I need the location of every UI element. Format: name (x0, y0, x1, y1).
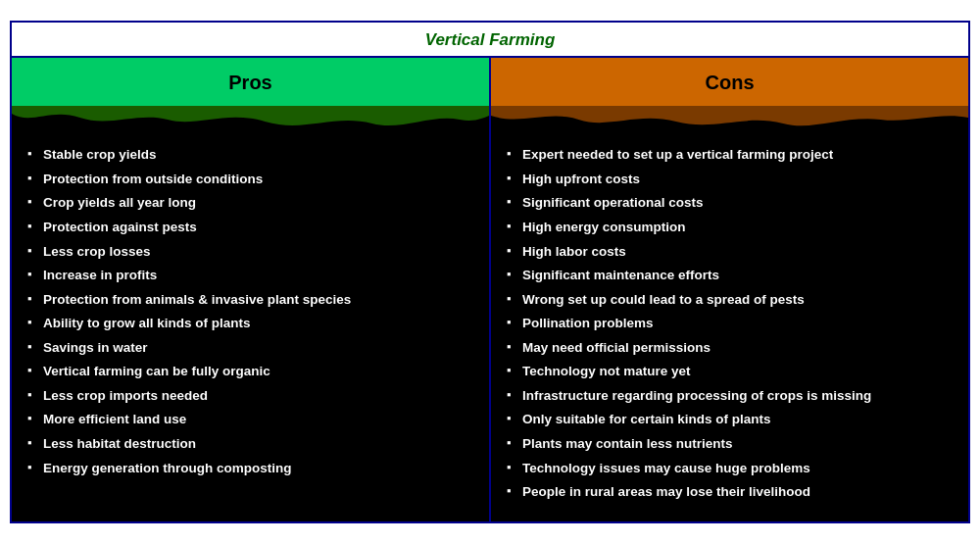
cons-list-item: May need official permissions (505, 335, 949, 360)
cons-list-item: Technology not mature yet (505, 360, 949, 384)
cons-list-item: High labor costs (505, 239, 949, 264)
pros-list-item: Ability to grow all kinds of plants (25, 312, 469, 336)
pros-list-item: Savings in water (25, 335, 469, 360)
pros-list-item: Less crop losses (25, 239, 469, 264)
pros-list-item: Increase in profits (25, 264, 469, 288)
pros-list-item: Protection from outside conditions (25, 167, 469, 191)
pros-list-item: More efficient land use (25, 408, 469, 432)
cons-list: Expert needed to set up a vertical farmi… (505, 143, 949, 504)
cons-list-item: Only suitable for certain kinds of plant… (505, 408, 949, 432)
pros-list-item: Vertical farming can be fully organic (25, 360, 469, 384)
cons-list-item: High upfront costs (505, 167, 949, 191)
pros-list-item: Stable crop yields (25, 143, 469, 168)
pros-list-item: Crop yields all year long (25, 191, 469, 216)
pros-list-item: Less crop imports needed (25, 383, 469, 408)
pros-list-item: Protection against pests (25, 216, 469, 240)
title-bar: Vertical Farming (12, 23, 968, 58)
pros-column: Pros Stable crop yieldsProtection from o… (12, 58, 491, 521)
cons-header: Cons (491, 58, 968, 106)
cons-list-item: Expert needed to set up a vertical farmi… (505, 143, 949, 168)
cons-list-item: Plants may contain less nutrients (505, 431, 949, 456)
cons-list-item: Infrastructure regarding processing of c… (505, 383, 949, 408)
cons-column: Cons Expert needed to set up a vertical … (491, 58, 968, 521)
pros-content: Stable crop yieldsProtection from outsid… (12, 133, 489, 521)
pros-list-item: Protection from animals & invasive plant… (25, 287, 469, 312)
main-container: Vertical Farming Pros Stable crop yields… (10, 21, 970, 523)
cons-list-item: Pollination problems (505, 312, 949, 336)
columns: Pros Stable crop yieldsProtection from o… (12, 58, 968, 521)
pros-list-item: Energy generation through composting (25, 456, 469, 480)
pros-header: Pros (12, 58, 489, 106)
cons-content: Expert needed to set up a vertical farmi… (491, 133, 968, 521)
page-title: Vertical Farming (12, 30, 968, 50)
cons-list-item: High energy consumption (505, 216, 949, 240)
cons-list-item: Wrong set up could lead to a spread of p… (505, 287, 949, 312)
pros-list: Stable crop yieldsProtection from outsid… (25, 143, 469, 480)
cons-list-item: People in rural areas may lose their liv… (505, 480, 949, 505)
pros-list-item: Less habitat destruction (25, 431, 469, 456)
cons-list-item: Technology issues may cause huge problem… (505, 456, 949, 480)
cons-list-item: Significant maintenance efforts (505, 264, 949, 288)
cons-wave (491, 106, 968, 133)
cons-list-item: Significant operational costs (505, 191, 949, 216)
pros-wave (12, 106, 489, 133)
